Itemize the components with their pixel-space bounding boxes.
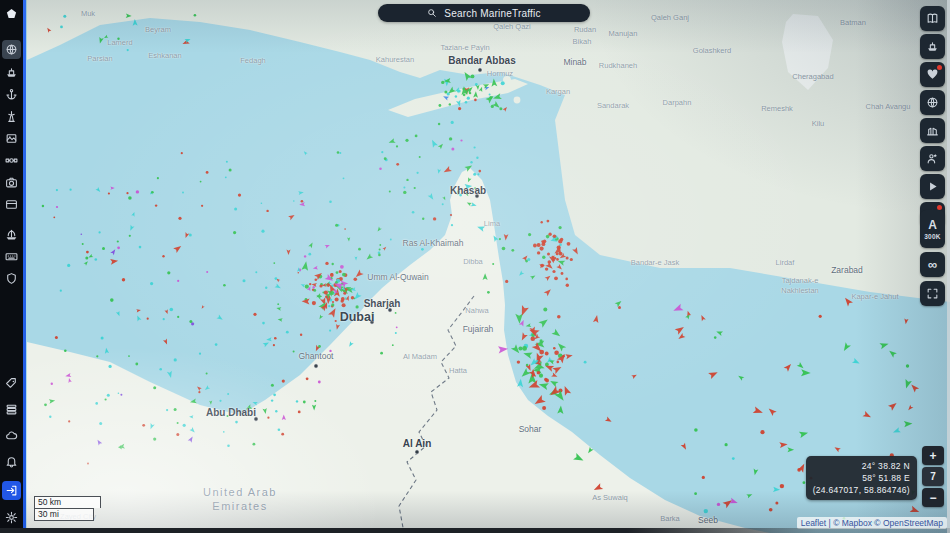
vessel-marker[interactable]	[556, 341, 567, 352]
vessel-marker[interactable]	[553, 347, 556, 350]
vessel-marker[interactable]	[286, 250, 290, 256]
vessel-marker[interactable]	[907, 405, 914, 412]
vessel-marker[interactable]	[329, 201, 332, 204]
vessel-marker[interactable]	[147, 318, 149, 320]
vessel-marker[interactable]	[542, 406, 546, 410]
vessel-marker[interactable]	[99, 422, 102, 425]
vessel-marker[interactable]	[275, 410, 277, 412]
vessel-marker[interactable]	[545, 274, 552, 281]
nav-fleet[interactable]	[2, 225, 21, 244]
vessel-marker[interactable]	[384, 157, 387, 160]
vessel-marker[interactable]	[206, 171, 209, 174]
vessel-marker[interactable]	[227, 415, 229, 417]
vessel-marker[interactable]	[184, 232, 190, 239]
vessel-marker[interactable]	[189, 320, 192, 323]
vessel-marker[interactable]	[225, 176, 227, 178]
vessel-marker[interactable]	[235, 421, 238, 424]
vessel-marker[interactable]	[471, 75, 475, 79]
vessel-marker[interactable]	[293, 351, 295, 353]
control-favorites[interactable]	[920, 62, 945, 87]
vessel-marker[interactable]	[725, 443, 728, 446]
vessel-marker[interactable]	[531, 336, 536, 341]
vessel-marker[interactable]	[779, 441, 788, 448]
vessel-marker[interactable]	[379, 248, 381, 250]
vessel-marker[interactable]	[128, 355, 130, 357]
vessel-marker[interactable]	[451, 224, 453, 226]
vessel-marker[interactable]	[379, 244, 381, 246]
vessel-marker[interactable]	[451, 148, 454, 151]
vessel-marker[interactable]	[313, 289, 316, 292]
vessel-marker[interactable]	[108, 192, 110, 194]
vessel-marker[interactable]	[365, 253, 373, 261]
vessel-marker[interactable]	[396, 326, 398, 328]
vessel-marker[interactable]	[460, 139, 462, 141]
vessel-marker[interactable]	[163, 339, 169, 346]
vessel-marker[interactable]	[421, 248, 424, 251]
vessel-marker[interactable]	[306, 377, 309, 380]
vessel-marker[interactable]	[539, 374, 543, 378]
vessel-marker[interactable]	[165, 309, 170, 314]
vessel-marker[interactable]	[449, 137, 452, 140]
vessel-marker[interactable]	[422, 218, 424, 220]
vessel-marker[interactable]	[396, 163, 399, 166]
vessel-marker[interactable]	[717, 503, 720, 506]
vessel-marker[interactable]	[605, 417, 613, 424]
vessel-marker[interactable]	[562, 385, 572, 396]
vessel-marker[interactable]	[769, 508, 773, 512]
vessel-marker[interactable]	[263, 341, 270, 348]
vessel-marker[interactable]	[128, 196, 132, 200]
vessel-marker[interactable]	[455, 95, 457, 97]
vessel-marker[interactable]	[548, 260, 552, 264]
vessel-marker[interactable]	[537, 371, 541, 375]
vessel-marker[interactable]	[105, 398, 107, 400]
nav-settings[interactable]	[2, 508, 21, 527]
vessel-marker[interactable]	[803, 481, 806, 484]
vessel-marker[interactable]	[801, 369, 811, 376]
vessel-marker[interactable]	[95, 258, 98, 261]
vessel-marker[interactable]	[437, 169, 442, 175]
vessel-marker[interactable]	[98, 37, 104, 44]
vessel-marker[interactable]	[415, 135, 418, 138]
vessel-marker[interactable]	[253, 443, 256, 446]
vessel-marker[interactable]	[176, 433, 179, 436]
vessel-marker[interactable]	[155, 204, 157, 206]
vessel-marker[interactable]	[519, 332, 527, 341]
vessel-marker[interactable]	[68, 420, 70, 422]
vessel-marker[interactable]	[56, 189, 58, 191]
vessel-marker[interactable]	[491, 105, 494, 108]
vessel-marker[interactable]	[419, 156, 421, 158]
vessel-marker[interactable]	[300, 283, 305, 288]
nav-cameras[interactable]	[2, 173, 21, 192]
vessel-marker[interactable]	[298, 190, 304, 195]
vessel-marker[interactable]	[110, 248, 117, 255]
vessel-marker[interactable]	[887, 349, 896, 358]
vessel-marker[interactable]	[356, 305, 359, 308]
vessel-marker[interactable]	[447, 92, 450, 95]
vessel-marker[interactable]	[60, 26, 63, 29]
control-pilot-stations[interactable]	[920, 146, 945, 171]
vessel-marker[interactable]	[561, 272, 564, 275]
vessel-marker[interactable]	[162, 255, 164, 257]
vessel-marker[interactable]	[319, 284, 322, 287]
vessel-marker[interactable]	[329, 330, 331, 332]
vessel-marker[interactable]	[117, 38, 119, 40]
vessel-marker[interactable]	[243, 279, 246, 282]
vessel-marker[interactable]	[863, 411, 873, 420]
vessel-marker[interactable]	[819, 315, 822, 318]
vessel-marker[interactable]	[81, 233, 83, 235]
nav-tools[interactable]	[2, 247, 21, 266]
vessel-marker[interactable]	[737, 374, 744, 381]
vessel-marker[interactable]	[843, 296, 853, 307]
vessel-marker[interactable]	[547, 253, 550, 256]
vessel-marker[interactable]	[888, 400, 899, 410]
vessel-marker[interactable]	[615, 299, 623, 307]
zoom-out-button[interactable]: −	[922, 488, 944, 507]
vessel-marker[interactable]	[117, 246, 120, 249]
vessel-marker[interactable]	[177, 422, 179, 424]
vessel-marker[interactable]	[450, 214, 452, 216]
vessel-marker[interactable]	[499, 107, 502, 110]
vessel-marker[interactable]	[593, 315, 600, 323]
control-vessel-filters[interactable]	[920, 34, 945, 59]
nav-protect[interactable]	[2, 269, 21, 288]
vessel-marker[interactable]	[273, 393, 276, 396]
